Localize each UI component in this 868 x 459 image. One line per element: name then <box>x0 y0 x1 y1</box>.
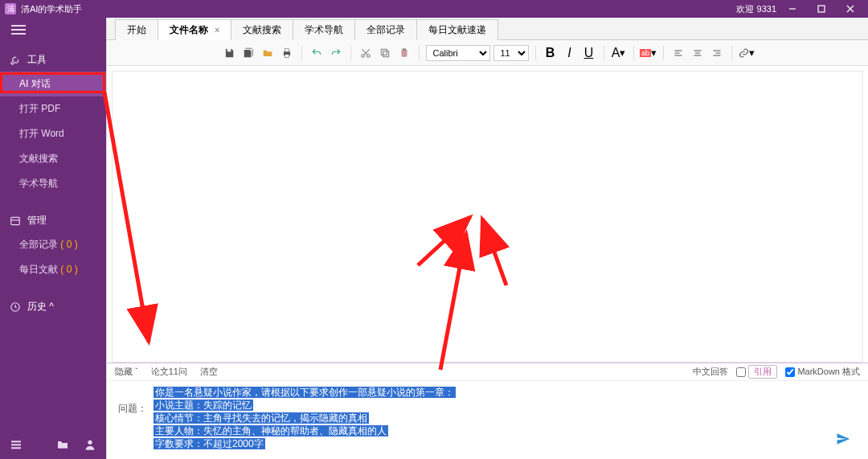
bottom-panel: 隐藏 ˇ 论文11问 清空 中文回答 引用 MarkDown 格式 问题： 你是… <box>107 363 868 459</box>
manage-icon <box>10 215 21 227</box>
prompt-input[interactable]: 你是一名悬疑小说作家，请根据以下要求创作一部悬疑小说的第一章： 小说主题：失踪的… <box>154 386 456 450</box>
align-right-icon[interactable] <box>709 45 725 61</box>
prompt-line: 核心情节：主角寻找失去的记忆，揭示隐藏的真相 <box>154 412 369 424</box>
sidebar-group-history[interactable]: 历史 ^ <box>0 295 106 318</box>
bold-button[interactable]: B <box>542 45 559 61</box>
tab-close-icon[interactable]: × <box>215 25 219 35</box>
sidebar-group-tools-label: 工具 <box>27 53 47 67</box>
editor-toolbar: Calibri 11 B I U A▾ ab▾ ▾ <box>107 40 868 66</box>
tab-start[interactable]: 开始 <box>115 19 158 40</box>
sidebar-item-count: ( 0 ) <box>60 239 77 250</box>
font-color-button[interactable]: A▾ <box>611 45 627 61</box>
sidebar: 工具 AI 对话 打开 PDF 打开 Word 文献搜索 学术导航 管理 全部记… <box>0 18 106 459</box>
history-icon <box>10 301 21 313</box>
svg-rect-4 <box>11 441 21 442</box>
welcome-text: 欢迎 9331 <box>736 3 776 15</box>
app-icon: 清 <box>5 3 16 14</box>
tab-label: 文件名称 <box>170 24 208 35</box>
markdown-toggle[interactable]: MarkDown 格式 <box>785 366 860 378</box>
markdown-label: MarkDown 格式 <box>797 366 860 378</box>
sidebar-item-academic-nav[interactable]: 学术导航 <box>0 171 106 196</box>
menu-icon[interactable] <box>10 438 23 451</box>
sidebar-group-manage: 管理 <box>0 209 106 232</box>
sidebar-item-ai-chat[interactable]: AI 对话 <box>0 72 106 96</box>
underline-button[interactable]: U <box>581 45 597 61</box>
tab-filename[interactable]: 文件名称× <box>158 19 231 40</box>
editor-canvas[interactable] <box>112 71 863 363</box>
link-icon[interactable]: ▾ <box>739 45 755 61</box>
prompt-line: 字数要求：不超过2000字 <box>154 438 265 449</box>
question-label: 问题： <box>115 386 147 416</box>
tab-bar: 开始 文件名称× 文献搜索 学术导航 全部记录 每日文献速递 <box>107 18 868 40</box>
copy-icon[interactable] <box>377 45 393 61</box>
svg-rect-9 <box>285 48 289 51</box>
prompt-line: 你是一名悬疑小说作家，请根据以下要求创作一部悬疑小说的第一章： <box>154 387 456 398</box>
print-icon[interactable] <box>279 45 295 61</box>
sidebar-item-open-pdf[interactable]: 打开 PDF <box>0 96 106 121</box>
sidebar-item-literature-search[interactable]: 文献搜索 <box>0 146 106 171</box>
cite-label: 引用 <box>748 365 777 379</box>
svg-rect-0 <box>818 6 825 12</box>
cite-toggle[interactable]: 引用 <box>736 365 777 379</box>
highlight-color-button[interactable]: ab▾ <box>641 45 657 61</box>
svg-rect-13 <box>383 51 388 56</box>
save-icon[interactable] <box>221 45 237 61</box>
tab-literature-search[interactable]: 文献搜索 <box>231 19 293 40</box>
sidebar-item-open-word[interactable]: 打开 Word <box>0 121 106 146</box>
svg-rect-16 <box>403 48 406 50</box>
tab-all-records[interactable]: 全部记录 <box>354 19 417 40</box>
prompt-line: 小说主题：失踪的记忆 <box>154 400 253 411</box>
hamburger-button[interactable] <box>0 18 106 42</box>
tab-academic-nav[interactable]: 学术导航 <box>293 19 355 40</box>
close-button[interactable] <box>837 0 863 18</box>
svg-rect-10 <box>285 54 289 57</box>
font-family-select[interactable]: Calibri <box>426 45 490 61</box>
prompt-line: 主要人物：失忆的主角、神秘的帮助者、隐藏真相的人 <box>154 425 388 436</box>
tools-icon <box>10 55 21 66</box>
sidebar-group-tools: 工具 <box>0 48 106 72</box>
sidebar-item-label: 每日文献 <box>19 264 58 275</box>
clear-button[interactable]: 清空 <box>200 366 218 378</box>
font-size-select[interactable]: 11 <box>493 45 529 61</box>
undo-icon[interactable] <box>309 45 325 61</box>
app-title: 清AI的学术助手 <box>21 3 736 15</box>
cn-reply-label: 中文回答 <box>693 366 728 378</box>
svg-point-7 <box>88 441 92 445</box>
svg-rect-15 <box>401 49 407 56</box>
maximize-button[interactable] <box>809 0 834 18</box>
sidebar-item-label: 全部记录 <box>19 239 58 250</box>
svg-rect-5 <box>11 444 21 445</box>
sidebar-item-count: ( 0 ) <box>60 264 77 275</box>
minimize-button[interactable] <box>780 0 805 18</box>
align-left-icon[interactable] <box>670 45 686 61</box>
eleven-questions-button[interactable]: 论文11问 <box>151 366 187 378</box>
sidebar-group-manage-label: 管理 <box>27 214 47 227</box>
redo-icon[interactable] <box>328 45 344 61</box>
folder-open-icon[interactable] <box>260 45 276 61</box>
italic-button[interactable]: I <box>562 45 578 61</box>
tab-daily-papers[interactable]: 每日文献速递 <box>416 19 498 40</box>
save-all-icon[interactable] <box>240 45 256 61</box>
svg-rect-1 <box>11 217 20 224</box>
hide-panel-button[interactable]: 隐藏 ˇ <box>115 366 138 378</box>
svg-rect-14 <box>381 49 387 55</box>
cut-icon[interactable] <box>358 45 374 61</box>
folder-icon[interactable] <box>56 438 69 451</box>
user-icon[interactable] <box>84 438 96 451</box>
svg-rect-6 <box>11 447 21 449</box>
paste-icon[interactable] <box>396 45 412 61</box>
send-button[interactable] <box>826 427 860 454</box>
sidebar-item-all-records[interactable]: 全部记录 ( 0 ) <box>0 232 106 257</box>
align-center-icon[interactable] <box>690 45 706 61</box>
sidebar-group-history-label: 历史 ^ <box>27 300 54 314</box>
sidebar-item-daily-papers[interactable]: 每日文献 ( 0 ) <box>0 257 106 282</box>
